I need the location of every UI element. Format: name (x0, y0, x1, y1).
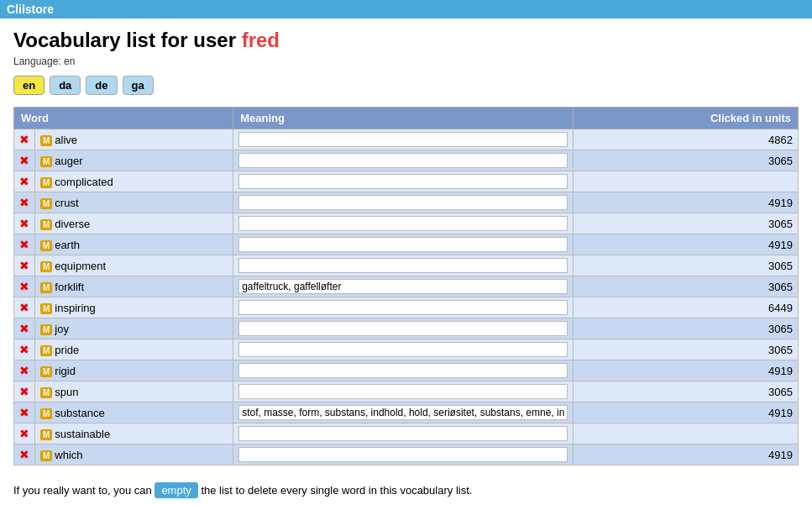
table-row: ✖Mpride3065 (14, 339, 799, 360)
table-row: ✖Msubstance4919 (14, 402, 799, 423)
lang-tabs: endadega (13, 76, 799, 95)
m-badge[interactable]: M (40, 261, 52, 272)
meaning-input[interactable] (238, 216, 568, 231)
m-badge[interactable]: M (40, 135, 52, 146)
lang-tab-de[interactable]: de (86, 76, 117, 95)
delete-icon[interactable]: ✖ (19, 385, 29, 398)
delete-icon[interactable]: ✖ (19, 259, 29, 272)
meaning-input[interactable] (238, 363, 568, 378)
table-header-row: Word Meaning Clicked in units (14, 108, 799, 129)
username: fred (242, 29, 280, 51)
table-row: ✖Mcomplicated (14, 171, 799, 192)
lang-tab-ga[interactable]: ga (123, 76, 154, 95)
m-badge[interactable]: M (40, 345, 52, 356)
meaning-input[interactable] (238, 174, 568, 189)
delete-icon[interactable]: ✖ (19, 196, 29, 209)
clicked-count: 3065 (574, 276, 799, 297)
word-text: which (55, 449, 82, 461)
col-word: Word (14, 108, 233, 129)
clicked-count: 4919 (574, 234, 799, 255)
delete-icon[interactable]: ✖ (19, 217, 29, 230)
m-badge[interactable]: M (40, 177, 52, 188)
delete-icon[interactable]: ✖ (19, 154, 29, 167)
language-label: Language: en (13, 55, 799, 67)
m-badge[interactable]: M (40, 450, 52, 461)
meaning-input[interactable] (238, 237, 568, 252)
table-row: ✖Mwhich4919 (14, 445, 799, 466)
clicked-count: 6449 (574, 297, 799, 318)
delete-icon[interactable]: ✖ (19, 448, 29, 461)
empty-button[interactable]: empty (155, 482, 197, 498)
table-row: ✖Mdiverse3065 (14, 213, 799, 234)
table-row: ✖Minspiring6449 (14, 297, 799, 318)
titlebar-label: Clilstore (7, 3, 54, 16)
m-badge[interactable]: M (40, 282, 52, 293)
m-badge[interactable]: M (40, 219, 52, 230)
table-row: ✖Mauger3065 (14, 150, 799, 171)
delete-icon[interactable]: ✖ (19, 133, 29, 146)
m-badge[interactable]: M (40, 366, 52, 377)
delete-icon[interactable]: ✖ (19, 301, 29, 314)
m-badge[interactable]: M (40, 198, 52, 209)
clicked-count: 3065 (574, 150, 799, 171)
word-text: crust (55, 197, 78, 209)
clicked-count: 4862 (574, 129, 799, 150)
clicked-count (574, 423, 799, 445)
table-row: ✖Mcrust4919 (14, 192, 799, 213)
word-text: pride (55, 344, 79, 356)
word-text: complicated (55, 176, 113, 188)
footer-before: If you really want to, you can (13, 484, 155, 497)
meaning-input[interactable] (238, 279, 568, 294)
m-badge[interactable]: M (40, 156, 52, 167)
delete-icon[interactable]: ✖ (19, 322, 29, 335)
col-clicked: Clicked in units (574, 108, 799, 129)
delete-icon[interactable]: ✖ (19, 427, 29, 440)
word-text: substance (55, 407, 104, 419)
meaning-input[interactable] (238, 405, 568, 420)
meaning-input[interactable] (238, 426, 568, 441)
table-row: ✖Mearth4919 (14, 234, 799, 255)
clicked-count: 4919 (574, 402, 799, 423)
meaning-input[interactable] (238, 321, 568, 336)
m-badge[interactable]: M (40, 303, 52, 314)
footer-text: If you really want to, you can empty the… (13, 482, 799, 498)
meaning-input[interactable] (238, 300, 568, 315)
delete-icon[interactable]: ✖ (19, 406, 29, 419)
delete-icon[interactable]: ✖ (19, 175, 29, 188)
lang-tab-en[interactable]: en (13, 76, 45, 95)
meaning-input[interactable] (238, 342, 568, 357)
footer-after: the list to delete every single word in … (198, 484, 473, 497)
m-badge[interactable]: M (40, 408, 52, 419)
clicked-count: 4919 (574, 192, 799, 213)
delete-icon[interactable]: ✖ (19, 364, 29, 377)
word-text: alive (55, 134, 77, 146)
m-badge[interactable]: M (40, 324, 52, 335)
lang-tab-da[interactable]: da (50, 76, 81, 95)
clicked-count: 4919 (574, 445, 799, 466)
delete-icon[interactable]: ✖ (19, 238, 29, 251)
word-text: joy (55, 323, 69, 335)
meaning-input[interactable] (238, 153, 568, 168)
meaning-input[interactable] (238, 258, 568, 273)
m-badge[interactable]: M (40, 387, 52, 398)
m-badge[interactable]: M (40, 240, 52, 251)
clicked-count: 3065 (574, 381, 799, 402)
delete-icon[interactable]: ✖ (19, 280, 29, 293)
word-text: equipment (55, 260, 106, 272)
meaning-input[interactable] (238, 195, 568, 210)
meaning-input[interactable] (238, 447, 568, 462)
table-row: ✖Mjoy3065 (14, 318, 799, 339)
delete-icon[interactable]: ✖ (19, 343, 29, 356)
meaning-input[interactable] (238, 384, 568, 399)
word-text: sustainable (55, 428, 110, 440)
vocab-table: Word Meaning Clicked in units ✖Malive486… (13, 107, 799, 466)
table-row: ✖Mspun3065 (14, 381, 799, 402)
m-badge[interactable]: M (40, 429, 52, 440)
vocab-tbody: ✖Malive4862✖Mauger3065✖Mcomplicated✖Mcru… (14, 129, 799, 466)
page-heading: Vocabulary list for user fred (13, 29, 799, 52)
titlebar: Clilstore (0, 0, 812, 18)
clicked-count: 4919 (574, 360, 799, 381)
table-row: ✖Mforklift3065 (14, 276, 799, 297)
meaning-input[interactable] (238, 132, 568, 147)
word-text: rigid (55, 365, 76, 377)
